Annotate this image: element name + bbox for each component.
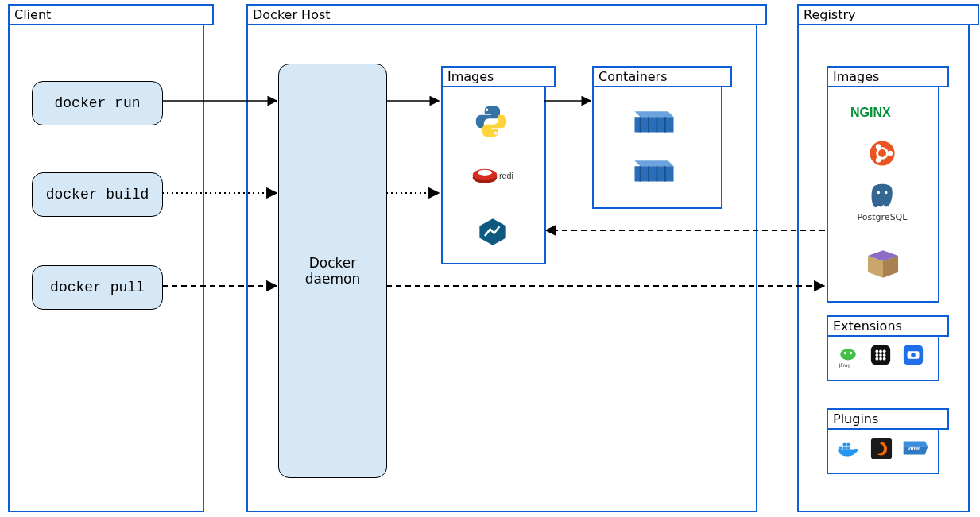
svg-point-38: [875, 353, 878, 357]
registry-images-title: Images: [827, 66, 949, 87]
svg-text:vmw: vmw: [908, 446, 920, 451]
svg-text:redis: redis: [499, 171, 513, 180]
jfrog-icon: JFrog: [835, 343, 862, 370]
svg-marker-7: [635, 111, 674, 117]
svg-point-1: [494, 132, 498, 135]
box-icon: [862, 242, 904, 280]
svg-point-39: [879, 353, 882, 357]
docker-daemon-label: Docker daemon: [305, 255, 360, 287]
docker-build-cmd: docker build: [32, 172, 163, 217]
lens-icon: [901, 343, 925, 367]
docker-daemon: Docker daemon: [278, 64, 387, 478]
svg-point-25: [877, 191, 880, 194]
container-icon: [632, 151, 676, 184]
portainer-icon: [869, 343, 893, 367]
svg-point-30: [840, 349, 855, 360]
client-panel-title: Client: [8, 4, 214, 25]
svg-point-35: [875, 349, 878, 353]
registry-panel-title: Registry: [797, 4, 979, 25]
svg-point-31: [844, 352, 847, 355]
docker-pull-cmd: docker pull: [32, 265, 163, 310]
svg-point-37: [883, 349, 886, 353]
vmw-icon: vmw: [901, 437, 930, 459]
svg-point-46: [911, 353, 916, 357]
container-icon: [632, 102, 676, 135]
svg-point-22: [888, 151, 893, 156]
postgresql-label: PostgreSQL: [858, 212, 908, 222]
docker-build-label: docker build: [46, 187, 149, 203]
svg-point-42: [879, 357, 882, 361]
svg-rect-49: [846, 447, 850, 450]
nginx-icon: NGINX: [850, 103, 914, 122]
host-images-title: Images: [441, 66, 556, 87]
python-icon: [473, 103, 509, 140]
host-containers-title: Containers: [592, 66, 732, 87]
svg-point-4: [478, 170, 492, 176]
svg-text:JFrog: JFrog: [839, 362, 851, 368]
svg-point-0: [486, 109, 489, 112]
svg-point-36: [879, 349, 882, 353]
svg-text:NGINX: NGINX: [850, 106, 891, 119]
svg-rect-51: [846, 443, 850, 446]
registry-extensions-title: Extensions: [827, 315, 949, 337]
postgresql-icon: PostgreSQL: [866, 181, 898, 222]
docker-run-cmd: docker run: [32, 81, 163, 125]
svg-point-26: [885, 191, 888, 194]
docker-run-label: docker run: [54, 95, 140, 111]
svg-point-40: [883, 353, 886, 357]
svg-rect-47: [839, 447, 842, 450]
svg-point-32: [850, 352, 853, 355]
svg-rect-50: [843, 443, 846, 446]
svg-point-23: [876, 144, 881, 149]
svg-marker-13: [635, 160, 674, 166]
ubuntu-icon: [868, 139, 897, 168]
svg-point-24: [876, 157, 881, 162]
registry-plugins-title: Plugins: [827, 408, 949, 430]
svg-point-41: [875, 357, 878, 361]
redis-icon: redis: [471, 157, 513, 192]
svg-point-43: [883, 357, 886, 361]
svg-rect-48: [843, 447, 846, 450]
host-panel-title: Docker Host: [246, 4, 767, 25]
docker-pull-label: docker pull: [50, 280, 145, 295]
grafana-icon: [870, 437, 893, 461]
alpine-icon: [475, 214, 510, 249]
docker-icon: [835, 437, 862, 461]
